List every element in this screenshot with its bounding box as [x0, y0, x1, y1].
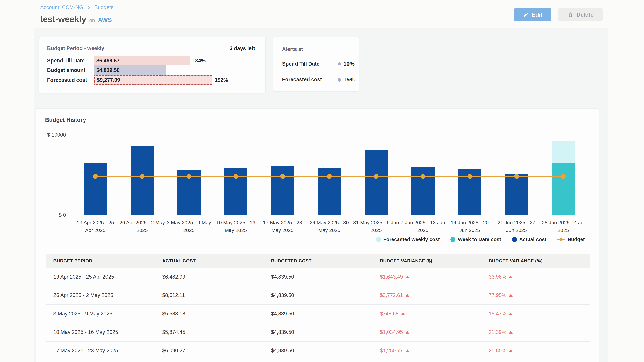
alert-row-label: Forecasted cost — [282, 77, 322, 83]
table-cell: $4,839.50 — [264, 323, 372, 341]
table-row[interactable]: 19 Apr 2025 - 25 Apr 2025$6,482.99$4,839… — [46, 268, 590, 286]
x-axis-tick-label: 10 May 2025 - 16 May 2025 — [211, 219, 261, 234]
budget-line-point[interactable] — [420, 174, 425, 179]
budget-variance-cell: 25.85% — [481, 341, 590, 360]
table-row[interactable]: 17 May 2025 - 23 May 2025$6,090.27$4,839… — [46, 341, 590, 360]
budget-history-chart — [72, 135, 587, 215]
table-cell: $5,588.18 — [155, 305, 264, 323]
x-axis-tick-label: 26 Apr 2025 - 2 May 2025 — [117, 219, 167, 234]
budget-period-card-title: Budget Period - weekly — [47, 45, 104, 51]
legend-item[interactable]: Actual cost — [512, 237, 546, 242]
budget-variance-cell: $748.68 — [372, 305, 481, 323]
table-cell: $6,090.27 — [155, 341, 264, 360]
legend-label: Week to Date cost — [458, 237, 501, 242]
legend-circle-marker — [376, 237, 381, 242]
table-row[interactable]: 26 Apr 2025 - 2 May 2025$8,612.11$4,839.… — [46, 286, 590, 305]
table-cell: 3 May 2025 - 9 May 2025 — [46, 305, 155, 323]
legend-item[interactable]: Budget — [557, 237, 585, 242]
budget-line-point[interactable] — [374, 174, 378, 179]
table-cell: $4,839.50 — [264, 341, 372, 360]
pencil-icon — [523, 12, 528, 17]
days-left-label: 3 days left — [230, 45, 255, 51]
budget-history-card: Budget History $ 0$ 10000 19 Apr 2025 - … — [36, 108, 599, 362]
budget-period-row: Budget amount$4,839.50 — [47, 65, 258, 75]
budget-period-row-label: Forecasted cost — [47, 77, 94, 83]
budget-line-point[interactable] — [280, 174, 285, 179]
legend-line-marker — [557, 237, 565, 242]
breadcrumb: Account: CCM-NGBudgets — [40, 4, 113, 10]
edit-button[interactable]: Edit — [514, 8, 552, 21]
budget-line-point[interactable] — [93, 174, 98, 179]
table-cell: $6,482.99 — [155, 268, 264, 286]
x-axis-tick-label: 21 Jun 2025 - 27 Jun 2025 — [492, 219, 542, 234]
budget-variance-cell: $3,772.61 — [372, 286, 481, 305]
budget-line-point[interactable] — [327, 174, 332, 179]
budget-variance-cell: 15.47% — [481, 305, 590, 323]
table-cell: $4,839.50 — [264, 268, 372, 286]
breadcrumb-item[interactable]: Account: CCM-NG — [40, 4, 83, 10]
alert-row: Spend Till Date10% — [282, 60, 351, 68]
budget-line-point[interactable] — [561, 174, 566, 179]
actual-cost-bar[interactable] — [271, 166, 294, 215]
actual-cost-bar[interactable] — [364, 150, 388, 215]
budget-variance-cell: $1,250.77 — [372, 341, 481, 360]
y-axis-tick-label: $ 10000 — [32, 132, 66, 138]
triangle-up-icon — [406, 276, 409, 278]
table-column-header: ACTUAL COST — [155, 254, 264, 268]
budget-period-row-label: Budget amount — [47, 67, 94, 73]
budget-period-row-value: $4,839.50 — [94, 67, 120, 73]
budget-line-point[interactable] — [140, 174, 144, 179]
budget-period-row: Forecasted cost$9,277.09192% — [47, 75, 258, 85]
forecasted-cost-bar[interactable] — [552, 141, 575, 163]
alert-threshold-value: 10% — [344, 61, 354, 67]
legend-item[interactable]: Forecasted weekly cost — [376, 237, 440, 242]
budget-period-row-value: $9,277.09 — [95, 77, 120, 83]
table-row[interactable]: 3 May 2025 - 9 May 2025$5,588.18$4,839.5… — [46, 305, 590, 323]
budget-period-row-bar: $9,277.09 — [94, 75, 212, 85]
alert-threshold-value: 15% — [344, 76, 354, 83]
triangle-up-icon — [406, 331, 409, 334]
table-column-header: BUDGETED COST — [264, 254, 372, 268]
week-to-date-cost-bar[interactable] — [552, 163, 575, 215]
budget-line-point[interactable] — [514, 174, 519, 179]
budget-line-point[interactable] — [468, 174, 472, 179]
budget-detail-page: Account: CCM-NGBudgets test-weekly on AW… — [0, 0, 644, 362]
bell-icon — [337, 61, 342, 66]
breadcrumb-item[interactable]: Budgets — [94, 4, 114, 10]
title-connector: on — [89, 17, 95, 23]
table-cell: 17 May 2025 - 23 May 2025 — [46, 341, 155, 360]
budget-variance-cell: $1,643.49 — [372, 268, 481, 286]
actual-cost-bar[interactable] — [131, 146, 154, 215]
y-axis-tick-label: $ 0 — [32, 212, 66, 218]
trash-icon — [567, 12, 574, 18]
legend-item[interactable]: Week to Date cost — [450, 237, 501, 242]
x-axis-tick-label: 14 Jun 2025 - 20 Jun 2025 — [444, 219, 495, 234]
budget-period-row: Spend Till Date$6,499.67134% — [47, 56, 258, 65]
table-column-header: BUDGET PERIOD — [46, 254, 155, 268]
legend-label: Forecasted weekly cost — [383, 237, 440, 242]
budget-period-row-percent: 192% — [215, 77, 228, 83]
actual-cost-bar[interactable] — [84, 163, 107, 215]
page-title: test-weekly on AWS — [40, 14, 112, 24]
budget-variance-cell: 77.95% — [481, 286, 590, 305]
actual-cost-bar[interactable] — [505, 174, 528, 215]
delete-button[interactable]: Delete — [558, 8, 602, 21]
x-axis-tick-label: 28 Jun 2025 - 4 Jul 2025 — [538, 219, 588, 234]
budget-variance-cell: 21.39% — [481, 323, 590, 341]
edit-button-label: Edit — [532, 11, 542, 18]
budget-history-table: BUDGET PERIODACTUAL COSTBUDGETED COSTBUD… — [46, 254, 590, 360]
table-cell: $4,839.50 — [264, 286, 372, 305]
triangle-up-icon — [509, 313, 512, 315]
table-cell: $5,874.45 — [155, 323, 264, 341]
chevron-right-icon — [87, 5, 91, 9]
budget-period-row-bar: $4,839.50 — [94, 65, 166, 75]
table-row[interactable]: 10 May 2025 - 16 May 2025$5,874.45$4,839… — [46, 323, 590, 341]
budget-line-point[interactable] — [187, 174, 191, 179]
table-cell: $4,839.50 — [264, 305, 372, 323]
legend-label: Actual cost — [519, 237, 546, 242]
budget-line-point[interactable] — [234, 174, 238, 179]
triangle-up-icon — [406, 350, 409, 352]
x-axis-tick-label: 7 Jun 2025 - 13 Jun 2025 — [398, 219, 448, 234]
table-column-header: BUDGET VARIANCE ($) — [372, 254, 481, 268]
budget-period-row-bar: $6,499.67 — [94, 56, 190, 65]
